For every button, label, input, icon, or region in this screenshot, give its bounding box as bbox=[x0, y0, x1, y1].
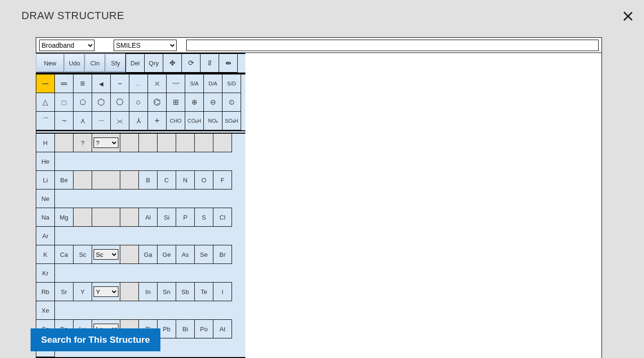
flip-horizontal-icon[interactable] bbox=[200, 53, 219, 73]
element-b[interactable]: B bbox=[138, 170, 158, 190]
flip-vertical-icon[interactable] bbox=[219, 53, 238, 73]
element-p[interactable]: P bbox=[176, 208, 195, 227]
cyclobutane-icon[interactable] bbox=[54, 93, 74, 112]
search-structure-button[interactable]: Search for This Structure bbox=[31, 328, 160, 351]
element-po[interactable]: Po bbox=[194, 319, 213, 338]
chain-tool-2-icon[interactable] bbox=[54, 111, 74, 130]
element-be[interactable]: Be bbox=[54, 170, 74, 190]
simplify-button[interactable]: Sfy bbox=[105, 53, 126, 73]
wedge-bond-icon[interactable] bbox=[92, 74, 111, 93]
so3h-group-button[interactable]: SO₃H bbox=[222, 111, 241, 130]
chain-tool-4-icon[interactable] bbox=[92, 111, 111, 130]
element-mg[interactable]: Mg bbox=[54, 208, 74, 227]
hash-bond-icon[interactable] bbox=[110, 74, 129, 93]
element-br[interactable]: Br bbox=[213, 245, 232, 264]
cyclohexane-icon[interactable] bbox=[92, 93, 111, 112]
element-te[interactable]: Te bbox=[194, 282, 213, 301]
double-bond-icon[interactable] bbox=[54, 74, 74, 93]
dialog-title: DRAW STRUCTURE bbox=[21, 10, 124, 22]
element-bi[interactable]: Bi bbox=[176, 319, 195, 338]
element-s[interactable]: S bbox=[194, 208, 213, 227]
rotate-tool-icon[interactable] bbox=[181, 53, 201, 73]
element-f[interactable]: F bbox=[213, 170, 232, 190]
element-c[interactable]: C bbox=[157, 170, 176, 190]
cyclooctane-icon[interactable] bbox=[129, 93, 148, 112]
element-si[interactable]: Si bbox=[157, 208, 176, 227]
wavy-bond-icon[interactable] bbox=[129, 74, 148, 93]
clean-button[interactable]: Cln bbox=[84, 53, 106, 73]
element-in[interactable]: In bbox=[138, 282, 158, 301]
cycloheptane-icon[interactable] bbox=[110, 93, 129, 112]
double-aromatic-button[interactable]: D/A bbox=[203, 74, 222, 93]
element-o[interactable]: O bbox=[194, 170, 213, 190]
chain-tool-3-icon[interactable] bbox=[73, 111, 92, 130]
no2-group-button[interactable]: NO₂ bbox=[203, 111, 222, 130]
cyclopentane-icon[interactable] bbox=[73, 93, 92, 112]
element-he[interactable]: He bbox=[36, 152, 55, 171]
periodic-blank bbox=[120, 133, 139, 152]
element-se[interactable]: Se bbox=[194, 245, 213, 264]
element-as[interactable]: As bbox=[176, 245, 195, 264]
cyclopropane-icon[interactable] bbox=[36, 93, 55, 112]
element-ca[interactable]: Ca bbox=[54, 245, 74, 264]
format-select[interactable]: SMILES bbox=[114, 40, 177, 51]
broadband-select[interactable]: Broadband bbox=[39, 40, 95, 51]
cho-group-button[interactable]: CHO bbox=[166, 111, 185, 130]
element-sb[interactable]: Sb bbox=[176, 282, 195, 301]
chain-bond-icon[interactable] bbox=[166, 74, 185, 93]
minus-charge-icon[interactable] bbox=[203, 93, 222, 112]
element-select-q[interactable]: ? bbox=[92, 133, 120, 152]
close-icon[interactable] bbox=[621, 10, 634, 23]
co2h-group-button[interactable]: CO₂H bbox=[185, 111, 204, 130]
element-unknown[interactable]: ? bbox=[73, 133, 92, 152]
element-ga[interactable]: Ga bbox=[138, 245, 158, 264]
periodic-blank bbox=[120, 208, 139, 227]
element-ne[interactable]: Ne bbox=[36, 189, 55, 208]
double-either-icon[interactable] bbox=[148, 74, 167, 93]
element-sc[interactable]: Sc bbox=[73, 245, 92, 264]
element-at[interactable]: At bbox=[213, 319, 232, 338]
element-h[interactable]: H bbox=[36, 133, 55, 152]
benzene-icon[interactable] bbox=[148, 93, 167, 112]
new-button[interactable]: New bbox=[36, 53, 64, 73]
single-aromatic-button[interactable]: S/A bbox=[185, 74, 204, 93]
element-li[interactable]: Li bbox=[36, 170, 55, 190]
undo-button[interactable]: Udo bbox=[64, 53, 85, 73]
drawing-canvas[interactable] bbox=[282, 91, 601, 358]
query-button[interactable]: Qry bbox=[144, 53, 163, 73]
chain-tool-1-icon[interactable] bbox=[36, 111, 55, 130]
element-al[interactable]: Al bbox=[138, 208, 158, 227]
structure-editor-panel: Broadband SMILES New Udo Cln Sfy Del Qry bbox=[36, 37, 602, 358]
element-ge[interactable]: Ge bbox=[157, 245, 176, 264]
element-y[interactable]: Y bbox=[73, 282, 92, 301]
element-n[interactable]: N bbox=[176, 170, 195, 190]
element-select-sc[interactable]: Sc bbox=[92, 245, 120, 264]
radical-icon[interactable] bbox=[222, 93, 241, 112]
plus-charge-icon[interactable] bbox=[185, 93, 204, 112]
element-xe[interactable]: Xe bbox=[36, 301, 55, 320]
element-na[interactable]: Na bbox=[36, 208, 55, 227]
chain-tool-5-icon[interactable] bbox=[110, 111, 129, 130]
element-sr[interactable]: Sr bbox=[54, 282, 74, 301]
triple-bond-icon[interactable] bbox=[73, 74, 92, 93]
element-rb[interactable]: Rb bbox=[36, 282, 55, 301]
single-double-button[interactable]: S/D bbox=[222, 74, 241, 93]
smiles-input[interactable] bbox=[186, 40, 599, 51]
add-tool-icon[interactable] bbox=[148, 111, 167, 130]
element-k[interactable]: K bbox=[36, 245, 55, 264]
periodic-blank bbox=[54, 133, 74, 152]
element-sn[interactable]: Sn bbox=[157, 282, 176, 301]
element-ar[interactable]: Ar bbox=[36, 226, 55, 245]
element-kr[interactable]: Kr bbox=[36, 263, 55, 283]
element-cl[interactable]: Cl bbox=[213, 208, 232, 227]
chain-tool-6-icon[interactable] bbox=[129, 111, 148, 130]
periodic-blank bbox=[120, 170, 139, 190]
single-bond-icon[interactable] bbox=[36, 74, 55, 93]
element-select-y[interactable]: Y bbox=[92, 282, 120, 301]
move-tool-icon[interactable] bbox=[163, 53, 182, 73]
grid-template-icon[interactable] bbox=[166, 93, 185, 112]
delete-button[interactable]: Del bbox=[126, 53, 145, 73]
element-i[interactable]: I bbox=[213, 282, 232, 301]
periodic-blank bbox=[73, 170, 92, 190]
periodic-blank bbox=[176, 133, 195, 152]
